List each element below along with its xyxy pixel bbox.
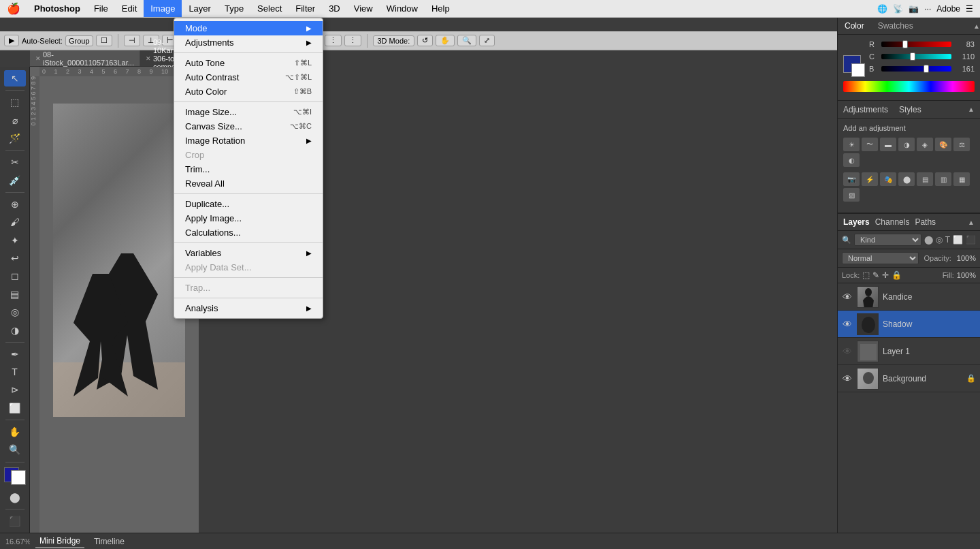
- styles-tab-label[interactable]: Styles: [899, 105, 921, 114]
- distribute-bottom-btn[interactable]: ⋮: [344, 35, 361, 46]
- eyedropper-tool[interactable]: 💉: [4, 172, 26, 189]
- menu-calculations[interactable]: Calculations...: [174, 225, 323, 240]
- adj-posterize[interactable]: ▤: [917, 172, 933, 186]
- shape-layer-icon[interactable]: ⬜: [953, 235, 963, 245]
- 3d-zoom-btn[interactable]: 🔍: [457, 35, 476, 46]
- apple-menu[interactable]: 🍎: [0, 2, 27, 15]
- bg-color-box[interactable]: [851, 63, 865, 77]
- adj-brightness[interactable]: ☀: [843, 138, 860, 151]
- mini-bridge-tab[interactable]: Mini Bridge: [35, 535, 84, 548]
- menu-photoshop[interactable]: Photoshop: [27, 0, 87, 17]
- adjustments-collapse[interactable]: ▲: [968, 106, 975, 113]
- menu-image-rotation[interactable]: Image Rotation ▶: [174, 134, 323, 148]
- layers-tab[interactable]: Layers: [843, 217, 870, 227]
- adj-vibrance[interactable]: ◈: [917, 138, 933, 151]
- adj-threshold[interactable]: ▥: [935, 172, 951, 186]
- menu-analysis[interactable]: Analysis ▶: [174, 301, 323, 315]
- smart-filter-icon[interactable]: ⬛: [966, 235, 976, 245]
- layers-collapse[interactable]: ▲: [968, 219, 975, 226]
- adjustment-icon[interactable]: ◎: [936, 235, 943, 245]
- adj-selective[interactable]: ▧: [843, 188, 860, 202]
- opacity-value[interactable]: 100%: [957, 254, 976, 262]
- channel-b-bar[interactable]: [881, 66, 951, 72]
- channel-b-thumb[interactable]: [924, 65, 929, 73]
- menu-trim[interactable]: Trim...: [174, 162, 323, 176]
- screen-mode[interactable]: ⬛: [4, 513, 26, 529]
- brush-tool[interactable]: 🖌: [4, 214, 26, 230]
- tab-close-icon-2[interactable]: ✕: [146, 55, 151, 62]
- adj-curves[interactable]: 〜: [862, 138, 878, 151]
- menu-help[interactable]: Help: [425, 0, 457, 17]
- lock-all-icon[interactable]: 🔒: [892, 270, 902, 280]
- channel-c-thumb[interactable]: [910, 52, 915, 61]
- text-tool[interactable]: T: [4, 364, 26, 380]
- tab-first-image[interactable]: ✕ 08-iStock_000011057163Lar...: [30, 50, 140, 66]
- menu-file[interactable]: File: [87, 0, 115, 17]
- menu-auto-tone[interactable]: Auto Tone ⇧⌘L: [174, 56, 323, 70]
- color-gradient-bar[interactable]: [843, 81, 975, 92]
- selection-tool[interactable]: ⬚: [4, 94, 26, 110]
- eraser-tool[interactable]: ◻: [4, 268, 26, 284]
- channels-tab[interactable]: Channels: [875, 217, 910, 227]
- background-color[interactable]: [11, 470, 26, 485]
- quick-mask[interactable]: ⬤: [4, 488, 26, 505]
- dodge-tool[interactable]: ◑: [4, 321, 26, 338]
- menu-filter[interactable]: Filter: [289, 0, 322, 17]
- 3d-mode-btn[interactable]: 3D Mode:: [373, 35, 415, 46]
- adj-hsl[interactable]: 🎨: [935, 138, 951, 151]
- blur-tool[interactable]: ◎: [4, 304, 26, 320]
- layer-layer1[interactable]: 👁 Layer 1: [838, 338, 980, 365]
- crop-tool[interactable]: ✂: [4, 154, 26, 170]
- menu-auto-contrast[interactable]: Auto Contrast ⌥⇧⌘L: [174, 70, 323, 84]
- menu-layer[interactable]: Layer: [182, 0, 218, 17]
- menu-reveal-all[interactable]: Reveal All: [174, 176, 323, 191]
- menu-auto-color[interactable]: Auto Color ⇧⌘B: [174, 84, 323, 99]
- adj-invert[interactable]: ⬤: [898, 172, 915, 186]
- menu-select[interactable]: Select: [250, 0, 289, 17]
- pixel-icon[interactable]: ⬤: [924, 235, 933, 245]
- layer-vis-shadow[interactable]: 👁: [842, 319, 853, 330]
- checkbox-transform[interactable]: ☐: [96, 35, 112, 46]
- channel-r-bar[interactable]: [881, 42, 951, 47]
- shape-tool[interactable]: ⬜: [4, 400, 26, 416]
- layer-vis-kandice[interactable]: 👁: [842, 292, 853, 302]
- align-left-btn[interactable]: ⊣: [124, 35, 140, 46]
- adj-colorlookup[interactable]: 🎭: [880, 172, 896, 186]
- color-picker[interactable]: [4, 467, 26, 485]
- layer-shadow[interactable]: 👁 Shadow: [838, 311, 980, 338]
- menu-view[interactable]: View: [347, 0, 380, 17]
- adj-photofilter[interactable]: 📷: [843, 172, 860, 186]
- menu-image[interactable]: Image: [144, 0, 182, 17]
- fill-value[interactable]: 100%: [957, 271, 976, 279]
- color-tab[interactable]: Color: [838, 19, 871, 33]
- menu-edit[interactable]: Edit: [115, 0, 144, 17]
- healing-tool[interactable]: ⊕: [4, 196, 26, 213]
- color-swatch-area[interactable]: [843, 55, 865, 77]
- path-select[interactable]: ⊳: [4, 381, 26, 398]
- adj-levels[interactable]: ▬: [880, 138, 896, 151]
- distribute-middle-btn[interactable]: ⋮: [325, 35, 342, 46]
- blend-mode-dropdown[interactable]: Normal: [842, 252, 919, 264]
- layer-background[interactable]: 👁 Background 🔒: [838, 365, 980, 392]
- tab-close-icon-1[interactable]: ✕: [35, 55, 41, 62]
- adj-bw[interactable]: ◐: [843, 153, 860, 167]
- menu-adjustments[interactable]: Adjustments ▶: [174, 35, 323, 50]
- wand-tool[interactable]: 🪄: [4, 130, 26, 146]
- menu-mode[interactable]: Mode ▶: [174, 21, 323, 35]
- 3d-rotate-btn[interactable]: ↺: [417, 35, 433, 46]
- lock-move-icon[interactable]: ✛: [882, 270, 889, 280]
- text-layer-icon[interactable]: T: [945, 235, 950, 245]
- tool-arrow-btn[interactable]: ▶: [4, 35, 19, 46]
- menu-canvas-size[interactable]: Canvas Size... ⌥⌘C: [174, 119, 323, 134]
- menu-image-size[interactable]: Image Size... ⌥⌘I: [174, 105, 323, 119]
- paths-tab[interactable]: Paths: [915, 217, 936, 227]
- layer-vis-layer1[interactable]: 👁: [842, 346, 853, 357]
- menu-apply-image[interactable]: Apply Image...: [174, 211, 323, 225]
- menu-window[interactable]: Window: [380, 0, 425, 17]
- panel-collapse-color[interactable]: ▲: [973, 22, 980, 30]
- adj-exposure[interactable]: ◑: [898, 138, 915, 151]
- hand-tool[interactable]: ✋: [4, 424, 26, 440]
- history-brush[interactable]: ↩: [4, 250, 26, 266]
- adj-gradient-map[interactable]: ▦: [953, 172, 970, 186]
- channel-r-thumb[interactable]: [902, 40, 908, 48]
